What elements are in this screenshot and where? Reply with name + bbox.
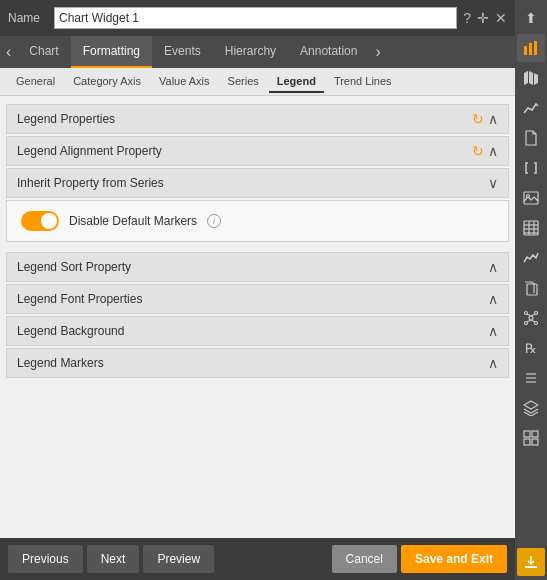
save-exit-button[interactable]: Save and Exit <box>401 545 507 573</box>
tab-chart[interactable]: Chart <box>17 36 70 68</box>
subtab-series[interactable]: Series <box>220 71 267 93</box>
sidebar-layers-icon[interactable] <box>517 394 545 422</box>
legend-markers-label: Legend Markers <box>17 356 488 370</box>
section-legend-font[interactable]: Legend Font Properties ∧ <box>6 284 509 314</box>
inherit-property-chevron-icon[interactable]: ∨ <box>488 175 498 191</box>
sidebar-file-icon[interactable] <box>517 124 545 152</box>
section-legend-alignment[interactable]: Legend Alignment Property ↻ ∧ <box>6 136 509 166</box>
sidebar-image-icon[interactable] <box>517 184 545 212</box>
svg-rect-6 <box>524 192 538 204</box>
bottom-bar: Previous Next Preview Cancel Save and Ex… <box>0 538 515 580</box>
previous-button[interactable]: Previous <box>8 545 83 573</box>
sidebar-list-icon[interactable] <box>517 364 545 392</box>
title-bar: Name ? ✛ ✕ <box>0 0 515 36</box>
legend-properties-refresh-icon[interactable]: ↻ <box>472 111 484 127</box>
tab-formatting[interactable]: Formatting <box>71 36 152 68</box>
svg-rect-1 <box>529 43 532 55</box>
next-button[interactable]: Next <box>87 545 140 573</box>
section-legend-markers[interactable]: Legend Markers ∧ <box>6 348 509 378</box>
legend-sort-label: Legend Sort Property <box>17 260 488 274</box>
legend-background-chevron-icon[interactable]: ∧ <box>488 323 498 339</box>
svg-line-21 <box>531 314 535 316</box>
section-legend-sort[interactable]: Legend Sort Property ∧ <box>6 252 509 282</box>
subtab-general[interactable]: General <box>8 71 63 93</box>
tab-annotation[interactable]: Annotation <box>288 36 369 68</box>
svg-rect-31 <box>532 439 538 445</box>
legend-font-label: Legend Font Properties <box>17 292 488 306</box>
section-legend-background[interactable]: Legend Background ∧ <box>6 316 509 346</box>
svg-rect-0 <box>524 46 527 55</box>
svg-rect-14 <box>527 284 537 295</box>
disable-markers-info-icon[interactable]: i <box>207 214 221 228</box>
sidebar-rx-icon[interactable]: ℞ <box>517 334 545 362</box>
disable-markers-toggle[interactable] <box>21 211 59 231</box>
tab-prev-btn[interactable]: ‹ <box>0 36 17 68</box>
svg-line-20 <box>527 314 531 316</box>
section-inherit-property[interactable]: Inherit Property from Series ∨ <box>6 168 509 198</box>
subtab-category-axis[interactable]: Category Axis <box>65 71 149 93</box>
tab-next-btn[interactable]: › <box>369 36 386 68</box>
help-icon[interactable]: ? <box>463 10 471 26</box>
section-legend-properties[interactable]: Legend Properties ↻ ∧ <box>6 104 509 134</box>
legend-alignment-label: Legend Alignment Property <box>17 144 472 158</box>
svg-point-15 <box>529 316 533 320</box>
svg-rect-28 <box>524 431 530 437</box>
sidebar-network-icon[interactable] <box>517 304 545 332</box>
tab-hierarchy[interactable]: Hierarchy <box>213 36 288 68</box>
svg-rect-30 <box>524 439 530 445</box>
sidebar-table-icon[interactable] <box>517 214 545 242</box>
legend-alignment-chevron-icon[interactable]: ∧ <box>488 143 498 159</box>
preview-button[interactable]: Preview <box>143 545 214 573</box>
svg-line-23 <box>531 320 535 322</box>
subtab-legend[interactable]: Legend <box>269 71 324 93</box>
legend-font-chevron-icon[interactable]: ∧ <box>488 291 498 307</box>
inherit-property-label: Inherit Property from Series <box>17 176 488 190</box>
cancel-button[interactable]: Cancel <box>332 545 397 573</box>
legend-sort-chevron-icon[interactable]: ∧ <box>488 259 498 275</box>
svg-marker-3 <box>529 71 533 85</box>
svg-marker-4 <box>524 71 528 85</box>
legend-markers-chevron-icon[interactable]: ∧ <box>488 355 498 371</box>
tab-bar: ‹ Chart Formatting Events Hierarchy Anno… <box>0 36 515 68</box>
disable-markers-label: Disable Default Markers <box>69 214 197 228</box>
sidebar-chart-bar-icon[interactable] <box>517 34 545 62</box>
svg-marker-27 <box>524 401 538 409</box>
sidebar-brackets-icon[interactable] <box>517 154 545 182</box>
svg-rect-2 <box>534 41 537 55</box>
sidebar-download-icon[interactable] <box>517 548 545 576</box>
sidebar-chart-alt-icon[interactable] <box>517 244 545 272</box>
title-icons: ? ✛ ✕ <box>463 10 507 26</box>
sidebar-chart-line-icon[interactable] <box>517 94 545 122</box>
sidebar-file-copy-icon[interactable] <box>517 274 545 302</box>
tab-events[interactable]: Events <box>152 36 213 68</box>
legend-properties-label: Legend Properties <box>17 112 472 126</box>
content-area: Legend Properties ↻ ∧ Legend Alignment P… <box>0 96 515 538</box>
subtab-value-axis[interactable]: Value Axis <box>151 71 218 93</box>
svg-rect-29 <box>532 431 538 437</box>
sidebar-arrow-up-icon[interactable]: ⬆ <box>517 4 545 32</box>
svg-marker-5 <box>534 73 538 85</box>
main-panel: Name ? ✛ ✕ ‹ Chart Formatting Events Hie… <box>0 0 515 580</box>
right-sidebar: ⬆ <box>515 0 547 580</box>
svg-rect-32 <box>525 566 537 568</box>
sub-tab-bar: General Category Axis Value Axis Series … <box>0 68 515 96</box>
close-icon[interactable]: ✕ <box>495 10 507 26</box>
widget-name-input[interactable] <box>54 7 457 29</box>
toggle-section: Disable Default Markers i <box>6 200 509 242</box>
svg-line-22 <box>527 320 531 322</box>
move-icon[interactable]: ✛ <box>477 10 489 26</box>
sidebar-grid-icon[interactable] <box>517 424 545 452</box>
legend-alignment-refresh-icon[interactable]: ↻ <box>472 143 484 159</box>
sidebar-map-icon[interactable] <box>517 64 545 92</box>
legend-properties-chevron-icon[interactable]: ∧ <box>488 111 498 127</box>
toggle-row: Disable Default Markers i <box>21 211 494 231</box>
name-label: Name <box>8 11 48 25</box>
subtab-trend-lines[interactable]: Trend Lines <box>326 71 400 93</box>
legend-background-label: Legend Background <box>17 324 488 338</box>
